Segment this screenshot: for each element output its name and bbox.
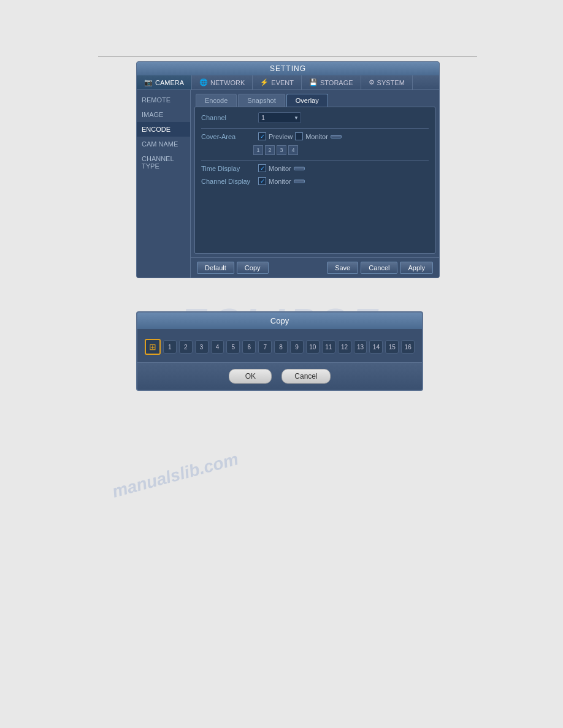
default-button[interactable]: Default: [197, 262, 234, 274]
sidebar-item-remote[interactable]: REMOTE: [137, 93, 190, 107]
time-display-row: Time Display Monitor: [201, 164, 429, 172]
channel-monitor-checkbox[interactable]: [258, 177, 266, 185]
channel-btn-2[interactable]: 2: [179, 340, 193, 354]
sub-tab-snapshot[interactable]: Snapshot: [238, 94, 285, 107]
monitor-label: Monitor: [305, 133, 328, 140]
sidebar-item-cam-name[interactable]: CAM NAME: [137, 137, 190, 151]
channel-btn-6[interactable]: 6: [242, 340, 256, 354]
nav-tab-system[interactable]: ⚙ SYSTEM: [361, 75, 413, 89]
channel-btn-5[interactable]: 5: [226, 340, 240, 354]
storage-icon: 💾: [309, 78, 318, 86]
preview-checkbox[interactable]: [258, 132, 266, 140]
channel-btn-9[interactable]: 9: [290, 340, 304, 354]
cover-box-2[interactable]: 2: [265, 145, 275, 155]
sub-tabs: Encode Snapshot Overlay: [191, 90, 439, 107]
nav-tab-event[interactable]: ⚡ EVENT: [253, 75, 302, 89]
channel-btn-3[interactable]: 3: [195, 340, 209, 354]
action-bar-left: Default Copy: [197, 262, 269, 274]
sub-tab-encode[interactable]: Encode: [196, 94, 237, 107]
cover-area-checkboxes: Preview Monitor: [258, 132, 342, 140]
panel-body: REMOTE IMAGE ENCODE CAM NAME CHANNEL TYP…: [137, 90, 439, 278]
cover-area-boxes: 1 2 3 4: [253, 145, 429, 155]
overlay-content-card: Channel 1 ▼ Cover-Area Preview: [194, 107, 435, 254]
sub-tab-overlay[interactable]: Overlay: [286, 94, 328, 107]
nav-tab-network[interactable]: 🌐 NETWORK: [192, 75, 253, 89]
divider-2: [201, 160, 429, 161]
cover-box-4[interactable]: 4: [288, 145, 298, 155]
sidebar: REMOTE IMAGE ENCODE CAM NAME CHANNEL TYP…: [137, 90, 191, 278]
content-area: Encode Snapshot Overlay Channel 1: [191, 90, 439, 278]
divider-1: [201, 128, 429, 129]
apply-button[interactable]: Apply: [400, 262, 433, 274]
channel-btn-4[interactable]: 4: [211, 340, 224, 354]
channel-select[interactable]: 1: [258, 112, 301, 123]
sidebar-item-channel-type[interactable]: CHANNEL TYPE: [137, 151, 190, 173]
channel-row: Channel 1 ▼: [201, 112, 429, 123]
cancel-button[interactable]: Cancel: [361, 262, 397, 274]
copy-button[interactable]: Copy: [237, 262, 269, 274]
channel-selection-row: ⊞ 1 2 3 4 5 6 7 8 9 10 11 12 13 14 15 16: [145, 339, 415, 355]
cover-box-1[interactable]: 1: [253, 145, 263, 155]
cover-area-label: Cover-Area: [201, 133, 253, 140]
channel-label: Channel: [201, 114, 253, 121]
channel-monitor-label: Monitor: [269, 178, 291, 185]
copy-dialog: Copy ⊞ 1 2 3 4 5 6 7 8 9 10 11 12 13 14 …: [136, 311, 423, 391]
setting-panel: SETTING 📷 CAMERA 🌐 NETWORK ⚡ EVENT 💾 STO…: [136, 61, 440, 278]
top-divider: [98, 56, 477, 57]
channel-btn-8[interactable]: 8: [274, 340, 288, 354]
cover-box-3[interactable]: 3: [277, 145, 286, 155]
channel-btn-12[interactable]: 12: [338, 340, 351, 354]
channel-display-checkboxes: Monitor: [258, 177, 305, 185]
channel-btn-7[interactable]: 7: [258, 340, 272, 354]
channel-display-label: Channel Display: [201, 178, 253, 185]
channel-btn-1[interactable]: 1: [163, 340, 177, 354]
dialog-cancel-button[interactable]: Cancel: [282, 369, 330, 384]
network-icon: 🌐: [199, 78, 208, 86]
sidebar-item-image[interactable]: IMAGE: [137, 107, 190, 122]
dialog-body: ⊞ 1 2 3 4 5 6 7 8 9 10 11 12 13 14 15 16: [137, 329, 422, 362]
time-monitor-label: Monitor: [269, 165, 291, 172]
channel-btn-11[interactable]: 11: [322, 340, 335, 354]
time-monitor-checkbox[interactable]: [258, 164, 266, 172]
event-icon: ⚡: [260, 78, 269, 86]
preview-label: Preview: [269, 133, 293, 140]
channel-all-icon: ⊞: [149, 342, 156, 352]
channel-btn-10[interactable]: 10: [306, 340, 320, 354]
sidebar-item-encode[interactable]: ENCODE: [137, 122, 190, 137]
manualslib-watermark: manualslib.com: [110, 449, 240, 502]
nav-tab-storage[interactable]: 💾 STORAGE: [302, 75, 361, 89]
channel-display-row: Channel Display Monitor: [201, 177, 429, 185]
channel-btn-16[interactable]: 16: [401, 340, 415, 354]
dialog-footer: OK Cancel: [137, 362, 422, 390]
channel-all-button[interactable]: ⊞: [145, 339, 161, 355]
dialog-title: Copy: [137, 313, 422, 329]
nav-tabs: 📷 CAMERA 🌐 NETWORK ⚡ EVENT 💾 STORAGE ⚙ S…: [137, 75, 439, 90]
nav-tab-camera[interactable]: 📷 CAMERA: [137, 75, 192, 89]
time-display-checkboxes: Monitor: [258, 164, 305, 172]
time-display-label: Time Display: [201, 165, 253, 172]
setting-title: SETTING: [137, 62, 439, 75]
action-bar-right: Save Cancel Apply: [327, 262, 433, 274]
channel-select-wrapper: 1 ▼: [258, 112, 301, 123]
cover-area-row: Cover-Area Preview Monitor: [201, 132, 429, 140]
channel-display-setup-button[interactable]: [294, 180, 305, 183]
time-display-setup-button[interactable]: [294, 167, 305, 170]
save-button[interactable]: Save: [327, 262, 358, 274]
monitor-checkbox[interactable]: [295, 132, 303, 140]
channel-btn-14[interactable]: 14: [369, 340, 383, 354]
action-bar: Default Copy Save Cancel Apply: [191, 257, 439, 278]
dialog-ok-button[interactable]: OK: [229, 369, 272, 384]
channel-btn-15[interactable]: 15: [385, 340, 399, 354]
system-icon: ⚙: [369, 78, 375, 86]
channel-btn-13[interactable]: 13: [354, 340, 367, 354]
cover-area-setup-button[interactable]: [331, 135, 342, 138]
camera-icon: 📷: [144, 78, 153, 86]
